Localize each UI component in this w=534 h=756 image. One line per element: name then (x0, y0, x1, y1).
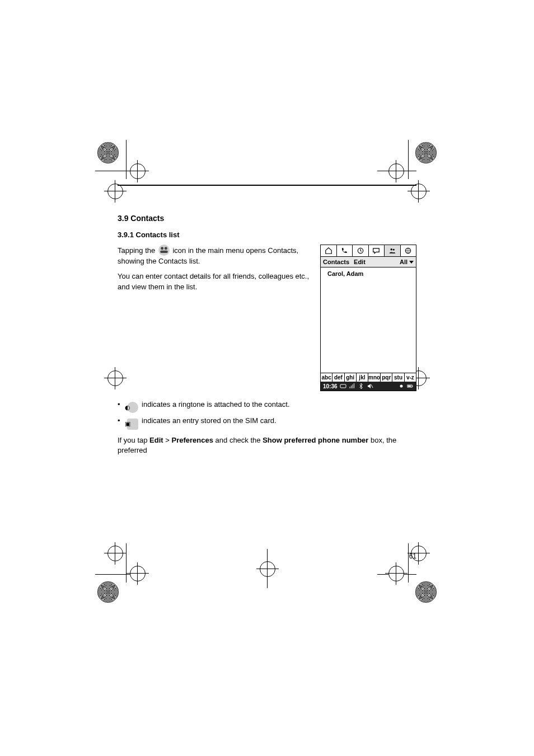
svg-point-4 (390, 248, 392, 251)
keyboard-icon (340, 383, 346, 389)
key-ghi[interactable]: ghi (345, 373, 357, 382)
signal-icon (349, 383, 355, 389)
sim-card-icon: ▣ (127, 419, 138, 430)
svg-point-1 (165, 247, 167, 250)
phone-top-tabs (321, 245, 416, 257)
tab-contacts[interactable] (385, 245, 401, 256)
menu-edit[interactable]: Edit (354, 259, 366, 265)
tab-phone[interactable] (337, 245, 353, 256)
menu-contacts[interactable]: Contacts (323, 259, 349, 265)
preferences-line: If you tap Edit > Preferences and check … (118, 435, 416, 457)
svg-rect-2 (160, 251, 167, 253)
battery-icon (407, 383, 414, 389)
key-jkl[interactable]: jkl (357, 373, 368, 382)
contacts-list[interactable]: Carol, Adam (321, 267, 416, 373)
svg-point-5 (393, 249, 395, 251)
svg-rect-11 (413, 386, 413, 387)
record-icon (398, 383, 405, 389)
bullet-ringtone: ◐ indicates a ringtone is attached to th… (118, 399, 416, 413)
key-stu[interactable]: stu (392, 373, 404, 382)
bluetooth-icon (358, 383, 364, 389)
svg-line-8 (371, 384, 373, 388)
section-subtitle: 3.9.1 Contacts list (118, 231, 416, 239)
filter-dropdown[interactable]: All (400, 259, 414, 265)
tab-home[interactable] (321, 245, 337, 256)
svg-point-9 (400, 385, 403, 388)
alpha-keypad: abc def ghi jkl mno pqr stu v-z (321, 373, 416, 382)
intro-line-1: Tapping the icon in the main menu opens … (118, 245, 310, 267)
status-time: 10:36 (323, 383, 338, 389)
status-bar: 10:36 (321, 382, 416, 391)
key-abc[interactable]: abc (321, 373, 332, 382)
key-pqr[interactable]: pqr (381, 373, 392, 382)
key-mno[interactable]: mno (368, 373, 381, 382)
intro-line-2: You can enter contact details for all fr… (118, 271, 310, 293)
chevron-down-icon (409, 261, 414, 264)
mute-icon (367, 383, 373, 389)
page-number: 61 (409, 552, 416, 560)
ring-icon: ◐ (127, 402, 138, 413)
tab-message[interactable] (369, 245, 385, 256)
svg-point-0 (161, 247, 163, 250)
section-title: 3.9 Contacts (118, 214, 416, 223)
page-rule (118, 185, 416, 186)
phone-screenshot: Contacts Edit All Carol, Adam abc def gh… (320, 245, 416, 391)
key-vz[interactable]: v-z (405, 373, 416, 382)
contacts-app-icon (158, 245, 170, 256)
list-item[interactable]: Carol, Adam (324, 270, 413, 278)
tab-clock[interactable] (353, 245, 369, 256)
svg-rect-7 (340, 384, 346, 388)
page-content: 3.9 Contacts 3.9.1 Contacts list Tapping… (118, 185, 416, 555)
phone-menu-bar: Contacts Edit All (321, 257, 416, 267)
bullet-sim: ▣ indicates an entry stored on the SIM c… (118, 415, 416, 429)
key-def[interactable]: def (332, 373, 344, 382)
svg-rect-12 (408, 386, 411, 387)
tab-browser[interactable] (401, 245, 416, 256)
